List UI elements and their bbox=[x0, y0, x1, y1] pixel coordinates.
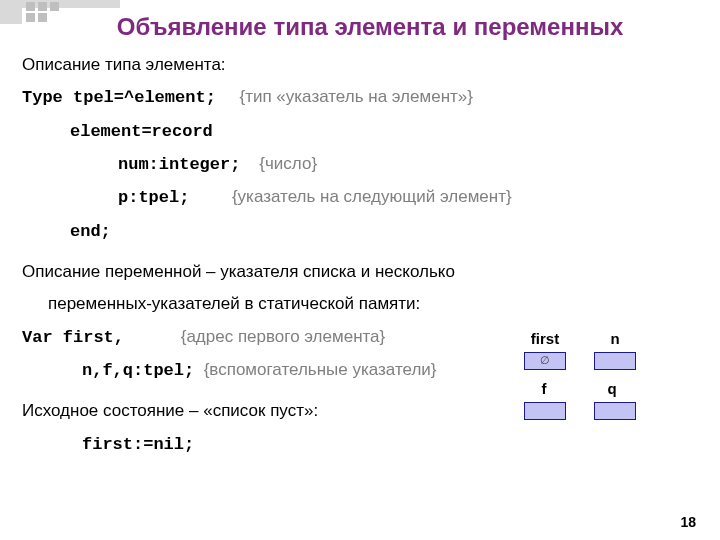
code-line: element=record bbox=[70, 122, 213, 141]
code-line: Type tpel=^element; bbox=[22, 88, 216, 107]
code-comment: {вспомогательные указатели} bbox=[204, 360, 437, 379]
diagram-box-first: ∅ bbox=[524, 352, 566, 370]
diagram-label-n: n bbox=[600, 330, 630, 347]
code-line: Var first, bbox=[22, 328, 124, 347]
code-comment: {указатель на следующий элемент} bbox=[232, 187, 512, 206]
code-comment: {адрес первого элемента} bbox=[181, 327, 386, 346]
slide-title: Объявление типа элемента и переменных bbox=[40, 13, 700, 41]
code-line: p:tpel; bbox=[118, 188, 189, 207]
nil-symbol: ∅ bbox=[525, 354, 565, 367]
diagram-label-f: f bbox=[534, 380, 554, 397]
diagram-label-q: q bbox=[602, 380, 622, 397]
code-line: first:=nil; bbox=[82, 435, 194, 454]
code-comment: {тип «указатель на элемент»} bbox=[239, 87, 472, 106]
section1-intro: Описание типа элемента: bbox=[22, 52, 702, 78]
code-comment: {число} bbox=[259, 154, 317, 173]
diagram-box-n bbox=[594, 352, 636, 370]
section2-intro-b: переменных-указателей в статической памя… bbox=[22, 291, 702, 317]
code-line: num:integer; bbox=[118, 155, 240, 174]
diagram-label-first: first bbox=[520, 330, 570, 347]
section2-intro-a: Описание переменной – указателя списка и… bbox=[22, 259, 702, 285]
diagram-box-q bbox=[594, 402, 636, 420]
page-number: 18 bbox=[680, 514, 696, 530]
code-line: end; bbox=[70, 222, 111, 241]
diagram-box-f bbox=[524, 402, 566, 420]
code-line: n,f,q:tpel; bbox=[82, 361, 194, 380]
